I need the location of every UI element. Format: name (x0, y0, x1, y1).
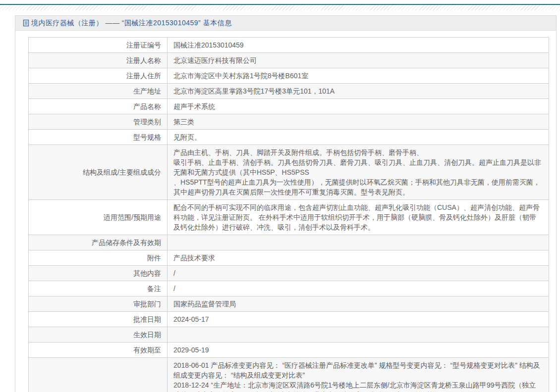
row-value (168, 327, 549, 343)
row-value: 产品技术要求 (168, 250, 549, 266)
row-value: 北京市海淀区中关村东路1号院8号楼B601室 (168, 68, 549, 84)
row-label: 有效期至 (29, 343, 168, 358)
table-row: 注册人住所 北京市海淀区中关村东路1号院8号楼B601室 (29, 68, 549, 84)
row-label: 生产地址 (29, 84, 168, 99)
table-row: 型号规格 见附页。 (29, 130, 549, 145)
table-row: 2018-06-01 产品标准变更内容见： “医疗器械注册产品标准更改单” 规格… (29, 358, 549, 392)
table-row: 有效期至 2029-05-19 (29, 343, 549, 358)
row-label: 注册人名称 (29, 53, 168, 68)
row-label: 注册人住所 (29, 68, 168, 84)
row-value: 第三类 (168, 114, 549, 130)
table-row: 生产地址 北京市海淀区高里掌路3号院17号楼3单元101，101A (29, 84, 549, 99)
top-margin (0, 0, 560, 4)
hatched-band (0, 5, 560, 10)
table-row: 产品名称 超声手术系统 (29, 99, 549, 114)
table-row: 备注 / (29, 281, 549, 296)
row-label: 生效日期 (29, 327, 168, 343)
row-value: 配合不同的手柄可实现不同的临床用途，包含超声切割止血功能、超声乳化吸引功能（CU… (168, 200, 549, 235)
row-value: 国家药品监督管理局 (168, 296, 549, 312)
row-value: 2018-06-01 产品标准变更内容见： “医疗器械注册产品标准更改单” 规格… (168, 358, 549, 392)
row-value: 超声手术系统 (168, 99, 549, 114)
table-row: 附件 产品技术要求 (29, 250, 549, 266)
page-title: 境内医疗器械（注册） —— “国械注准20153010459” 基本信息 (31, 19, 232, 28)
row-value: 2029-05-19 (168, 343, 549, 358)
row-value: / (168, 281, 549, 296)
row-label (29, 358, 168, 392)
row-value: 北京市海淀区高里掌路3号院17号楼3单元101，101A (168, 84, 549, 99)
row-label: 型号规格 (29, 130, 168, 145)
row-label: 审批部门 (29, 296, 168, 312)
registration-table: 注册证编号 国械注准20153010459 注册人名称 北京速迈医疗科技有限公司… (28, 37, 549, 392)
row-value: 产品由主机、手柄、刀具、脚踏开关及附件组成。手柄包括切骨手柄、磨骨手柄、 吸引手… (168, 145, 549, 200)
table-row: 管理类别 第三类 (29, 114, 549, 130)
row-label: 其他内容 (29, 266, 168, 281)
top-gap (0, 10, 560, 15)
table-row: 生效日期 (29, 327, 549, 343)
row-value: 北京速迈医疗科技有限公司 (168, 53, 549, 68)
table-row: 审批部门 国家药品监督管理局 (29, 296, 549, 312)
row-label: 产品名称 (29, 99, 168, 114)
row-label: 批准日期 (29, 312, 168, 327)
table-row: 适用范围/预期用途 配合不同的手柄可实现不同的临床用途，包含超声切割止血功能、超… (29, 200, 549, 235)
row-label: 管理类别 (29, 114, 168, 130)
registration-info-panel: 境内医疗器械（注册） —— “国械注准20153010459” 基本信息 注册证… (15, 15, 557, 392)
document-icon (23, 19, 29, 27)
row-value: 2024-05-17 (168, 312, 549, 327)
table-row: 其他内容 / (29, 266, 549, 281)
row-value (168, 235, 549, 250)
panel-header: 境内医疗器械（注册） —— “国械注准20153010459” 基本信息 (15, 16, 556, 31)
row-value: 国械注准20153010459 (168, 38, 549, 53)
panel-body: 注册证编号 国械注准20153010459 注册人名称 北京速迈医疗科技有限公司… (15, 31, 556, 392)
row-label: 适用范围/预期用途 (29, 200, 168, 235)
row-value: / (168, 266, 549, 281)
row-label: 附件 (29, 250, 168, 266)
row-label: 注册证编号 (29, 38, 168, 53)
table-row: 产品储存条件及有效期 (29, 235, 549, 250)
row-label: 备注 (29, 281, 168, 296)
row-label: 结构及组成/主要组成成分 (29, 145, 168, 200)
table-row: 结构及组成/主要组成成分 产品由主机、手柄、刀具、脚踏开关及附件组成。手柄包括切… (29, 145, 549, 200)
row-value: 见附页。 (168, 130, 549, 145)
table-row: 注册人名称 北京速迈医疗科技有限公司 (29, 53, 549, 68)
table-row: 批准日期 2024-05-17 (29, 312, 549, 327)
table-row: 注册证编号 国械注准20153010459 (29, 38, 549, 53)
row-label: 产品储存条件及有效期 (29, 235, 168, 250)
